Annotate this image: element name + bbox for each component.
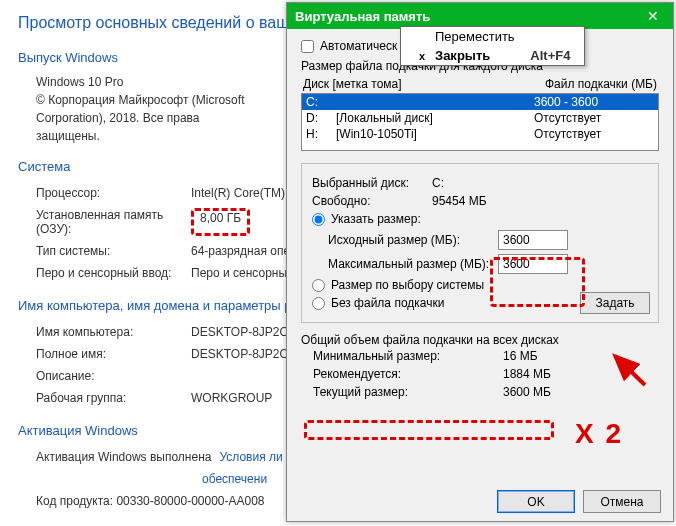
close-mark: x [419, 50, 435, 62]
custom-size-row[interactable]: Указать размер: [312, 210, 648, 228]
system-size-label: Размер по выбору системы [331, 278, 484, 292]
activation-link2[interactable]: обеспечени [202, 472, 267, 486]
ram-label: Установленная память (ОЗУ): [36, 208, 191, 236]
free-space-label: Свободно: [312, 194, 432, 208]
disk-list[interactable]: C:3600 - 3600D:[Локальный диск]Отсутству… [301, 93, 659, 151]
max-size-row: Максимальный размер (МБ): [312, 252, 648, 276]
window-system-menu[interactable]: Переместить x Закрыть Alt+F4 [400, 26, 585, 66]
pen-value: Перо и сенсорны [191, 266, 287, 280]
menu-close[interactable]: x Закрыть Alt+F4 [401, 46, 584, 65]
auto-manage-label: Автоматическ [320, 39, 397, 53]
initial-size-label: Исходный размер (МБ): [328, 233, 498, 247]
disk-header-col1: Диск [метка тома] [303, 77, 545, 91]
min-size-row: Минимальный размер: 16 МБ [301, 347, 659, 365]
cpu-label: Процессор: [36, 186, 191, 200]
free-space-row: Свободно: 95454 МБ [312, 192, 648, 210]
disk-header-col2: Файл подкачки (МБ) [545, 77, 657, 91]
ram-value: 8,00 ГБ [200, 211, 241, 225]
auto-manage-checkbox[interactable] [301, 40, 314, 53]
dialog-title: Виртуальная память [295, 9, 430, 24]
custom-size-radio[interactable] [312, 213, 325, 226]
size-group-box: Выбранный диск: C: Свободно: 95454 МБ Ук… [301, 163, 659, 323]
close-accel: Alt+F4 [530, 48, 570, 63]
cpu-value: Intel(R) Core(TM) i [191, 186, 291, 200]
selected-disk-row: Выбранный диск: C: [312, 174, 648, 192]
custom-size-label: Указать размер: [331, 212, 421, 226]
cur-size-row: Текущий размер: 3600 МБ [301, 383, 659, 401]
no-pagefile-label: Без файла подкачки [331, 296, 444, 310]
initial-size-input[interactable] [498, 230, 568, 250]
disk-row[interactable]: C:3600 - 3600 [302, 94, 658, 110]
selected-disk-value: C: [432, 176, 444, 190]
disk-list-header: Диск [метка тома] Файл подкачки (МБ) [301, 77, 659, 91]
free-space-value: 95454 МБ [432, 194, 487, 208]
cur-size-label: Текущий размер: [313, 385, 503, 399]
menu-move[interactable]: Переместить [401, 27, 584, 46]
cur-size-value: 3600 МБ [503, 385, 551, 399]
product-key: Код продукта: 00330-80000-00000-AA008 [36, 494, 265, 508]
max-size-label: Максимальный размер (МБ): [328, 257, 498, 271]
pcname-label: Имя компьютера: [36, 325, 191, 339]
initial-size-row: Исходный размер (МБ): [312, 228, 648, 252]
workgroup-label: Рабочая группа: [36, 391, 191, 405]
ok-button[interactable]: OK [497, 490, 575, 513]
workgroup-value: WORKGROUP [191, 391, 272, 405]
system-size-radio[interactable] [312, 279, 325, 292]
min-size-label: Минимальный размер: [313, 349, 503, 363]
set-button[interactable]: Задать [580, 292, 650, 314]
min-size-value: 16 МБ [503, 349, 538, 363]
no-pagefile-radio[interactable] [312, 297, 325, 310]
systype-label: Тип системы: [36, 244, 191, 258]
rec-size-value: 1884 МБ [503, 367, 551, 381]
activation-status: Активация Windows выполнена [36, 450, 211, 464]
cancel-button[interactable]: Отмена [583, 490, 661, 513]
totals-section: Общий объем файла подкачки на всех диска… [301, 333, 659, 401]
disk-row[interactable]: D:[Локальный диск]Отсутствует [302, 110, 658, 126]
ram-highlight: 8,00 ГБ [191, 208, 250, 236]
systype-value: 64-разрядная опер [191, 244, 297, 258]
activation-link1[interactable]: Условия ли [219, 450, 282, 464]
disk-row[interactable]: H:[Win10-1050Ti]Отсутствует [302, 126, 658, 142]
fullname-label: Полное имя: [36, 347, 191, 361]
virtual-memory-dialog: Виртуальная память ✕ Автоматическ Размер… [286, 2, 674, 522]
rec-size-row: Рекомендуется: 1884 МБ [301, 365, 659, 383]
close-icon[interactable]: ✕ [641, 8, 665, 24]
desc-label: Описание: [36, 369, 191, 383]
rec-size-label: Рекомендуется: [313, 367, 503, 381]
selected-disk-label: Выбранный диск: [312, 176, 432, 190]
max-size-input[interactable] [498, 254, 568, 274]
pen-label: Перо и сенсорный ввод: [36, 266, 191, 280]
copyright-text: © Корпорация Майкрософт (Microsoft Corpo… [18, 91, 258, 145]
totals-header: Общий объем файла подкачки на всех диска… [301, 333, 659, 347]
